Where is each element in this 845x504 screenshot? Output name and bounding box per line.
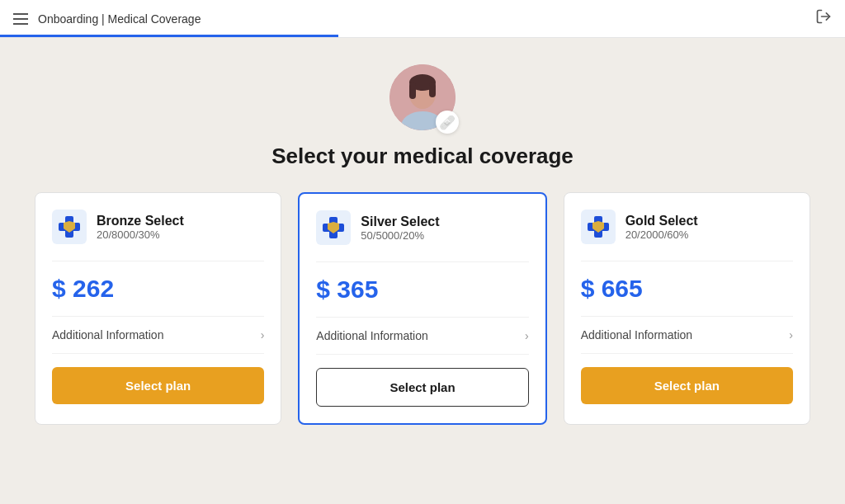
plan-name-group-bronze: Bronze Select 20/8000/30% <box>97 214 184 241</box>
plan-details-bronze: 20/8000/30% <box>97 228 184 241</box>
plan-details-gold: 20/2000/60% <box>625 228 698 241</box>
plan-name-bronze: Bronze Select <box>97 214 184 228</box>
plan-price-gold: $ 665 <box>581 275 643 302</box>
logout-icon[interactable] <box>815 8 832 29</box>
plans-container: Bronze Select 20/8000/30% $ 262 Addition… <box>35 192 810 425</box>
topbar-title: Onboarding | Medical Coverage <box>38 12 201 26</box>
plan-price-section-bronze: $ 262 <box>52 261 264 317</box>
avatar-container: 🩹 <box>389 64 456 130</box>
plan-header-gold: Gold Select 20/2000/60% <box>581 210 793 244</box>
svg-rect-5 <box>409 82 416 99</box>
topbar-left: Onboarding | Medical Coverage <box>13 12 201 26</box>
select-plan-button-gold[interactable]: Select plan <box>581 367 793 404</box>
select-plan-button-silver[interactable]: Select plan <box>316 368 528 407</box>
plan-name-group-silver: Silver Select 50/5000/20% <box>361 214 439 242</box>
plan-header-silver: Silver Select 50/5000/20% <box>316 210 528 245</box>
additional-info-label-silver: Additional Information <box>316 329 427 342</box>
plan-header-bronze: Bronze Select 20/8000/30% <box>52 210 264 244</box>
chevron-right-icon-silver: › <box>525 329 529 342</box>
page-title: Select your medical coverage <box>271 144 574 169</box>
main-content: 🩹 Select your medical coverage Bronze Se… <box>0 38 845 425</box>
progress-bar <box>0 35 338 37</box>
additional-info-row-bronze[interactable]: Additional Information › <box>52 317 264 354</box>
plan-price-silver: $ 365 <box>316 276 378 303</box>
plan-name-gold: Gold Select <box>625 214 698 228</box>
additional-info-row-silver[interactable]: Additional Information › <box>316 318 528 355</box>
plan-name-silver: Silver Select <box>361 214 439 229</box>
additional-info-label-gold: Additional Information <box>581 328 692 341</box>
additional-info-label-bronze: Additional Information <box>52 328 163 341</box>
plan-details-silver: 50/5000/20% <box>361 229 439 242</box>
select-plan-button-bronze[interactable]: Select plan <box>52 367 264 404</box>
plan-card-gold: Gold Select 20/2000/60% $ 665 Additional… <box>564 192 810 425</box>
additional-info-row-gold[interactable]: Additional Information › <box>581 317 793 354</box>
plan-price-section-silver: $ 365 <box>316 261 528 318</box>
plan-name-group-gold: Gold Select 20/2000/60% <box>625 214 698 241</box>
chevron-right-icon-bronze: › <box>261 328 265 341</box>
plan-price-bronze: $ 262 <box>52 275 114 302</box>
chevron-right-icon-gold: › <box>789 328 793 341</box>
plan-card-silver: Silver Select 50/5000/20% $ 365 Addition… <box>298 192 546 425</box>
bcbs-logo-bronze <box>52 210 87 244</box>
bcbs-logo-gold <box>581 210 616 244</box>
plan-price-section-gold: $ 665 <box>581 261 793 317</box>
bcbs-logo-silver <box>316 210 351 245</box>
menu-icon[interactable] <box>13 13 28 25</box>
avatar-badge: 🩹 <box>436 111 459 134</box>
topbar: Onboarding | Medical Coverage <box>0 0 845 38</box>
svg-rect-6 <box>429 82 436 97</box>
bandage-icon: 🩹 <box>439 115 456 130</box>
plan-card-bronze: Bronze Select 20/8000/30% $ 262 Addition… <box>35 192 281 425</box>
